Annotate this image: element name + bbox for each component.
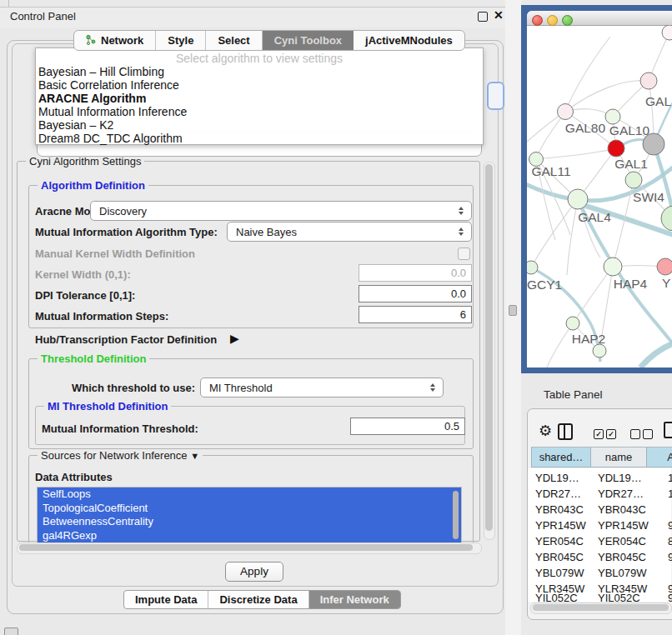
table-hscroll-thumb[interactable] [533, 604, 669, 611]
dpi-tolerance-field[interactable]: 0.0 [359, 285, 472, 302]
cell: 9. [653, 551, 672, 563]
mi-type-combo[interactable]: Naive Bayes [227, 222, 472, 242]
which-threshold-combo[interactable]: MI Threshold [200, 378, 444, 398]
node-gcy1[interactable] [527, 261, 538, 274]
node-gal1[interactable] [608, 140, 624, 157]
node-gal80[interactable] [558, 104, 574, 120]
columns-icon[interactable] [558, 423, 573, 440]
apply-button[interactable]: Apply [225, 562, 283, 582]
tab-jactivemnodules[interactable]: jActiveMNodules [354, 31, 464, 50]
mi-steps-label: Mutual Information Steps: [35, 310, 168, 322]
cell: YLR345W [531, 582, 594, 595]
algorithm-option-aracne[interactable]: ARACNE Algorithm [38, 92, 472, 105]
docked-panel-icon[interactable] [4, 628, 18, 635]
algorithm-option-bayesian-k2[interactable]: Bayesian – K2 [38, 118, 472, 132]
select-all-checkboxes-icon[interactable]: ✓✓ [594, 427, 619, 439]
network-canvas[interactable]: GAL GAL80 GAL10 GAL1 GAL11 SWI4 GAL4 GCY… [527, 25, 672, 368]
algorithm-option-dream8[interactable]: Dream8 DC_TDC Algorithm [38, 132, 472, 145]
control-panel-titlebar [0, 7, 509, 28]
kernel-width-field[interactable]: 0.0 [359, 264, 472, 282]
algorithm-option-bayesian-hill-climbing[interactable]: Bayesian – Hill Climbing [38, 65, 472, 78]
tab-infer-network[interactable]: Infer Network [309, 591, 400, 608]
table-row[interactable]: YBL079W YBL079W [531, 565, 672, 581]
sources-collapse-arrow-icon[interactable]: ▼ [190, 451, 199, 461]
float-window-icon[interactable] [478, 12, 488, 22]
bottom-tabs: Impute Data Discretize Data Infer Networ… [123, 590, 401, 609]
node-salmon[interactable] [657, 258, 672, 275]
document-icon[interactable] [664, 422, 672, 438]
dpi-tolerance-label: DPI Tolerance [0,1]: [35, 289, 135, 302]
list-item-gal4rgexp[interactable]: gal4RGexp [38, 529, 461, 543]
tab-discretize-data[interactable]: Discretize Data [208, 591, 308, 608]
tab-cyni-toolbox[interactable]: Cyni Toolbox [263, 31, 354, 50]
network-node-labels: GAL GAL80 GAL10 GAL1 GAL11 SWI4 GAL4 GCY… [527, 94, 671, 346]
panel-splitter[interactable] [505, 0, 521, 635]
cell: YDR27… [594, 488, 653, 500]
node-gal-partial[interactable] [640, 72, 657, 89]
close-icon[interactable]: ✕ [494, 8, 504, 22]
tab-network[interactable]: Network [74, 31, 156, 50]
cell: 12 [653, 488, 672, 500]
aracne-mode-value: Discovery [91, 205, 455, 218]
tab-select[interactable]: Select [206, 31, 262, 50]
column-header-shared-name[interactable]: shared… [531, 447, 591, 468]
algorithm-option-basic-correlation[interactable]: Basic Correlation Inference [38, 78, 472, 92]
list-item-selfloops[interactable]: SelfLoops [38, 488, 461, 502]
node-unlabeled-bottom[interactable] [593, 344, 606, 358]
spinner-arrows-icon [455, 228, 467, 237]
node-hap4[interactable] [604, 258, 622, 276]
splitter-handle[interactable] [509, 305, 517, 316]
tab-impute-data[interactable]: Impute Data [124, 591, 208, 608]
settings-vscroll-thumb[interactable] [485, 164, 493, 531]
table-row[interactable]: YBR045C YBR045C 9. [531, 549, 672, 565]
label-gal10: GAL10 [609, 123, 650, 138]
table-row[interactable]: YER054C YER054C 8. [531, 533, 672, 549]
cell: YBR043C [594, 503, 653, 516]
mi-threshold-field[interactable]: 0.5 [350, 418, 465, 435]
data-attributes-label: Data Attributes [35, 471, 113, 483]
hub-expand-arrow-icon[interactable]: ▶ [230, 332, 239, 345]
tab-cyni-toolbox-label: Cyni Toolbox [274, 34, 342, 47]
cell: YER054C [594, 535, 653, 548]
manual-kernel-label: Manual Kernel Width Definition [35, 248, 195, 260]
network-window-titlebar[interactable] [527, 11, 672, 26]
manual-kernel-checkbox[interactable] [458, 248, 470, 260]
table-header: shared… name A [531, 447, 672, 468]
tab-jactivemnodules-label: jActiveMNodules [365, 34, 453, 47]
sources-title-text: Sources for Network Inference [41, 449, 188, 462]
mi-steps-field[interactable]: 6 [359, 306, 472, 323]
table-row[interactable]: YDL19… YDL19… 13 [531, 470, 672, 486]
tab-style[interactable]: Style [156, 31, 206, 50]
cell: YDL19… [594, 472, 653, 484]
network-icon [86, 34, 96, 48]
node-hap2[interactable] [566, 317, 579, 330]
aracne-mode-combo[interactable]: Discovery [90, 201, 472, 221]
table-row[interactable]: YDR27… YDR27… 12 [531, 486, 672, 502]
deselect-all-checkboxes-icon[interactable] [630, 427, 655, 439]
gear-icon[interactable]: ⚙ [539, 422, 552, 440]
label-gal80: GAL80 [565, 121, 606, 135]
label-hap4: HAP4 [614, 277, 648, 291]
table-row-clipped[interactable]: YIL052C YIL052C 9 [531, 594, 672, 602]
cell: 9. [653, 582, 672, 595]
table-panel-title: Table Panel [544, 388, 603, 401]
column-header-partial[interactable]: A [647, 447, 672, 468]
table-row[interactable]: YBR043C YBR043C [531, 502, 672, 518]
table-row[interactable]: YPR145W YPR145W 9. [531, 518, 672, 533]
threshold-definition-title: Threshold Definition [38, 352, 149, 365]
mi-threshold-group-title: MI Threshold Definition [44, 400, 171, 412]
list-scrollbar-thumb[interactable] [453, 491, 459, 539]
unchecked-box-icon [630, 429, 640, 439]
node-unlabeled-top[interactable] [662, 25, 672, 40]
node-swi4[interactable] [625, 172, 642, 188]
node-large-green[interactable] [661, 206, 672, 231]
list-item-topologicalcoefficient[interactable]: TopologicalCoefficient [38, 502, 461, 516]
column-header-name[interactable]: name [591, 447, 647, 468]
node-gal10[interactable] [605, 109, 620, 124]
node-gal4[interactable] [568, 189, 588, 209]
label-gal1: GAL1 [614, 157, 648, 171]
label-y-partial: Y [662, 276, 670, 290]
list-item-betweennesscentrality[interactable]: BetweennessCentrality [38, 515, 461, 529]
algorithm-option-mutual-information[interactable]: Mutual Information Inference [38, 105, 472, 118]
settings-hscroll-thumb[interactable] [19, 544, 473, 551]
